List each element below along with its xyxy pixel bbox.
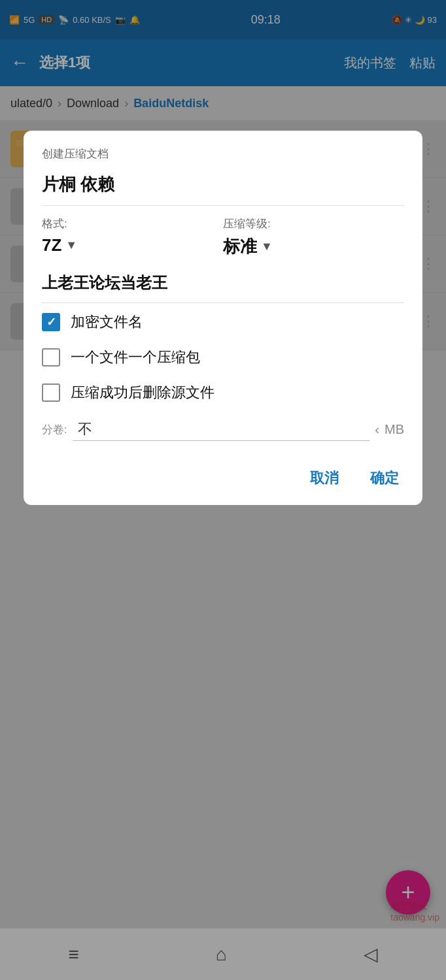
- format-value[interactable]: 7Z: [42, 235, 61, 255]
- create-archive-dialog: 创建压缩文档 片桐 依赖 格式: 7Z ▼ 压缩等级: 标准 ▼ 上老王论坛当老…: [24, 131, 422, 505]
- dialog-filename[interactable]: 片桐 依赖: [42, 173, 404, 206]
- format-label: 格式:: [42, 216, 223, 231]
- compression-label: 压缩等级:: [223, 216, 404, 231]
- one-file-row: 一个文件一个压缩包: [42, 348, 404, 367]
- format-value-row: 7Z ▼: [42, 235, 223, 255]
- encrypt-filename-row: ✓ 加密文件名: [42, 312, 404, 332]
- delete-source-row: 压缩成功后删除源文件: [42, 383, 404, 402]
- compression-value[interactable]: 标准: [223, 235, 257, 258]
- format-compression-row: 格式: 7Z ▼ 压缩等级: 标准 ▼: [42, 216, 404, 258]
- delete-source-label: 压缩成功后删除源文件: [71, 383, 214, 402]
- compression-arrow[interactable]: ▼: [261, 240, 273, 253]
- dialog-title: 创建压缩文档: [42, 146, 404, 161]
- format-arrow[interactable]: ▼: [65, 238, 77, 252]
- password-field[interactable]: 上老王论坛当老王: [42, 266, 404, 303]
- encrypt-filename-checkbox[interactable]: ✓: [42, 313, 60, 331]
- format-col: 格式: 7Z ▼: [42, 216, 223, 255]
- split-row: 分卷: ‹ MB: [42, 418, 404, 441]
- encrypt-filename-label: 加密文件名: [71, 312, 143, 332]
- confirm-button[interactable]: 确定: [365, 465, 404, 492]
- split-input[interactable]: [73, 418, 370, 441]
- dialog-buttons: 取消 确定: [42, 459, 404, 492]
- split-label: 分卷:: [42, 422, 67, 437]
- one-file-checkbox[interactable]: [42, 348, 60, 367]
- cancel-button[interactable]: 取消: [305, 465, 344, 492]
- compression-col: 压缩等级: 标准 ▼: [223, 216, 404, 258]
- one-file-label: 一个文件一个压缩包: [71, 348, 200, 367]
- compression-value-row: 标准 ▼: [223, 235, 404, 258]
- checkmark-icon: ✓: [46, 315, 56, 329]
- delete-source-checkbox[interactable]: [42, 384, 60, 402]
- split-arrow-icon[interactable]: ‹: [375, 422, 379, 437]
- split-unit: MB: [385, 422, 404, 437]
